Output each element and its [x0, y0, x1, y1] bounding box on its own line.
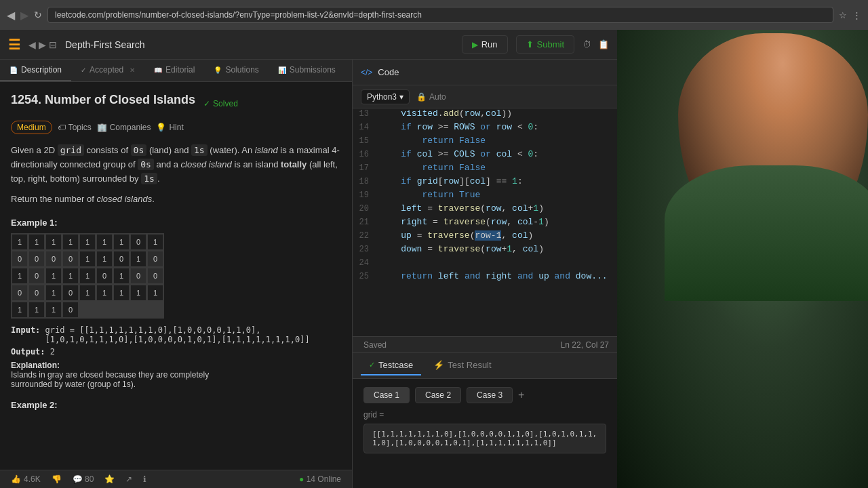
lock-icon: 🔒 — [416, 92, 427, 102]
problem-title-line: 1254. Number of Closed Islands ✓ Solved — [11, 93, 341, 114]
ln-col-indicator: Ln 22, Col 27 — [561, 340, 609, 350]
cell-1-4: 0 — [62, 251, 79, 267]
grid-input-label: grid = — [363, 410, 606, 420]
submit-button[interactable]: ⬆ Submit — [516, 35, 574, 54]
code-line-22: 22 up = traverse(row-1, col) — [353, 230, 617, 244]
tab-submissions[interactable]: 📊 Submissions — [269, 60, 345, 81]
code-line-24: 24 — [353, 258, 617, 271]
dot-icon: ● — [299, 474, 304, 484]
example2-title: Example 2: — [11, 400, 341, 410]
desc-tabs: 📄 Description ✓ Accepted ✕ 📖 Editorial 💡 — [0, 60, 352, 82]
webcam-background — [617, 30, 868, 488]
code-statusbar: Saved Ln 22, Col 27 — [353, 336, 617, 352]
refresh-button[interactable]: ↻ — [34, 9, 42, 20]
tab-test-result[interactable]: ⚡ Test Result — [425, 356, 499, 375]
forward-button[interactable]: ▶ — [20, 9, 28, 22]
case3-button[interactable]: Case 3 — [467, 387, 513, 403]
tag-icon: 🏷 — [58, 123, 66, 132]
notepad-icon[interactable]: 📋 — [598, 39, 609, 49]
cell-3-1: 0 — [130, 268, 146, 284]
dislike-button[interactable]: 👎 — [52, 474, 62, 484]
code-line-23: 23 down = traverse(row+1, col) — [353, 244, 617, 258]
input-line: Input: grid = [[1,1,1,1,1,1,1,0],[1,0,0,… — [11, 325, 341, 344]
explanation: Explanation: Islands in gray are closed … — [11, 361, 341, 389]
grid-input-value[interactable]: [[1,1,1,1,1,1,1,0],[1,0,0,0,0,1,1,0],[1,… — [363, 424, 606, 453]
bookmark-icon[interactable]: ☆ — [839, 10, 847, 20]
add-case-button[interactable]: + — [518, 389, 524, 401]
hint-tag[interactable]: 💡 Hint — [156, 121, 183, 134]
browser-actions: ☆ ⋮ — [839, 10, 861, 20]
cell-2-3: 0 — [28, 268, 45, 284]
code-line-21: 21 right = traverse(row, col-1) — [353, 217, 617, 230]
back-button[interactable]: ◀ — [7, 9, 15, 22]
cell-4-2: 1 — [130, 285, 146, 301]
case1-button[interactable]: Case 1 — [363, 387, 410, 403]
cell-0-4: 1 — [79, 234, 96, 250]
star-button[interactable]: ⭐ — [104, 474, 115, 484]
code-editor[interactable]: 13 visited.add(row,col)) 14 if row >= RO… — [353, 108, 617, 336]
cell-3-0: 1 — [113, 268, 130, 284]
cell-4-7: 0 — [62, 302, 79, 318]
submissions-icon: 📊 — [278, 66, 286, 74]
cell-0-2: 1 — [45, 234, 62, 250]
tab-testcase[interactable]: ✓ Testcase — [361, 356, 421, 375]
cell-1-7: 0 — [113, 251, 130, 267]
lc-logo[interactable]: ☰ — [8, 37, 20, 53]
run-button[interactable]: ▶ Run — [462, 35, 508, 54]
online-count: ● 14 Online — [299, 474, 341, 484]
share-button[interactable]: ↗ — [125, 474, 132, 484]
code-line-25: 25 return left and right and up and dow.… — [353, 271, 617, 285]
code-line-16: 16 if col >= COLS or col < 0: — [353, 149, 617, 163]
language-selector[interactable]: Python3 ▾ — [361, 89, 410, 104]
testcase-body: Case 1 Case 2 Case 3 + grid = [[1,1,1,1,… — [353, 379, 617, 462]
cell-1-2: 0 — [28, 251, 45, 267]
problem-tags: Medium 🏷 Topics 🏢 Companies 💡 Hint — [11, 121, 341, 134]
tab-solutions[interactable]: 💡 Solutions — [204, 60, 268, 81]
prev-problem-button[interactable]: ◀ — [28, 39, 36, 50]
cell-1-6: 1 — [96, 251, 113, 267]
cell-1-1: 0 — [12, 251, 28, 267]
cell-4-3: 1 — [147, 285, 163, 301]
example1-title: Example 1: — [11, 218, 341, 228]
code-line-19: 19 return True — [353, 190, 617, 203]
check-solved-icon: ✓ — [203, 99, 210, 108]
cell-4-6: 1 — [45, 302, 62, 318]
comment-icon: 💬 — [73, 474, 83, 484]
case2-button[interactable]: Case 2 — [415, 387, 461, 403]
leetcode-panel: ☰ ◀ ▶ ⊟ Depth-First Search ▶ Run ⬆ Submi… — [0, 30, 617, 488]
menu-icon[interactable]: ⋮ — [852, 10, 861, 20]
list-button[interactable]: ⊟ — [49, 39, 57, 50]
topics-tag[interactable]: 🏷 Topics — [58, 121, 92, 134]
cell-2-6: 1 — [79, 268, 96, 284]
cell-2-7: 0 — [96, 268, 113, 284]
next-problem-button[interactable]: ▶ — [39, 39, 46, 50]
thumbs-up-icon: 👍 — [11, 474, 21, 484]
cell-0-1: 1 — [28, 234, 45, 250]
close-accepted-icon[interactable]: ✕ — [130, 66, 135, 74]
example-grid: 1 1 1 1 1 1 1 0 1 0 0 0 0 1 — [11, 233, 164, 319]
cell-4-5: 1 — [28, 302, 45, 318]
book-icon: 📖 — [154, 66, 162, 74]
code-line-15: 15 return False — [353, 136, 617, 149]
code-label: Code — [378, 67, 399, 77]
cell-3-3: 0 — [12, 285, 28, 301]
tab-editorial[interactable]: 📖 Editorial — [144, 60, 204, 81]
cell-2-1: 0 — [147, 251, 163, 267]
url-bar[interactable]: leetcode.com/problems/number-of-closed-i… — [47, 7, 833, 23]
comment-button[interactable]: 💬 80 — [73, 474, 94, 484]
cell-0-7: 0 — [130, 234, 146, 250]
upload-icon: ⬆ — [526, 39, 534, 49]
code-toolbar: Python3 ▾ 🔒 Auto — [353, 85, 617, 108]
companies-tag[interactable]: 🏢 Companies — [97, 121, 151, 134]
tab-description[interactable]: 📄 Description — [0, 60, 71, 81]
autosave-toggle[interactable]: 🔒 Auto — [416, 92, 446, 102]
tab-accepted[interactable]: ✓ Accepted ✕ — [71, 60, 144, 81]
cell-4-4: 1 — [12, 302, 28, 318]
like-button[interactable]: 👍 4.6K — [11, 474, 41, 484]
cell-4-0: 1 — [96, 285, 113, 301]
timer-icon[interactable]: ⏱ — [583, 39, 591, 49]
testcase-tabs: ✓ Testcase ⚡ Test Result — [353, 353, 617, 379]
code-line-14: 14 if row >= ROWS or row < 0: — [353, 122, 617, 136]
info-button[interactable]: ℹ — [143, 474, 146, 484]
building-icon: 🏢 — [97, 123, 107, 132]
